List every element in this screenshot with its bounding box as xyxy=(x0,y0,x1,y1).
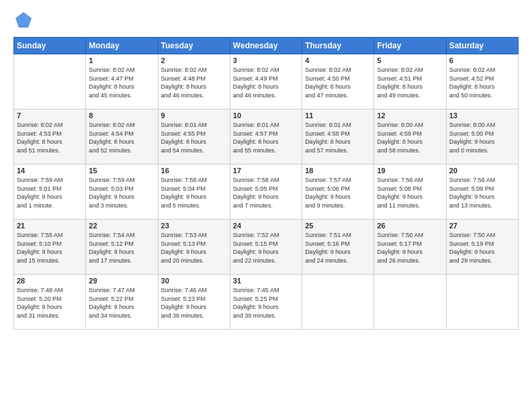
calendar-cell: 20Sunrise: 7:56 AM Sunset: 5:09 PM Dayli… xyxy=(446,165,518,220)
calendar-day-header: Saturday xyxy=(446,38,518,54)
calendar-day-header: Friday xyxy=(374,38,446,54)
day-info: Sunrise: 8:01 AM Sunset: 4:57 PM Dayligh… xyxy=(233,121,299,154)
calendar-cell: 25Sunrise: 7:51 AM Sunset: 5:16 PM Dayli… xyxy=(302,220,374,275)
day-number: 5 xyxy=(377,56,443,64)
calendar-header-row: SundayMondayTuesdayWednesdayThursdayFrid… xyxy=(14,38,519,54)
day-info: Sunrise: 7:51 AM Sunset: 5:16 PM Dayligh… xyxy=(305,231,371,265)
day-info: Sunrise: 8:01 AM Sunset: 4:58 PM Dayligh… xyxy=(305,121,371,154)
day-info: Sunrise: 7:58 AM Sunset: 5:05 PM Dayligh… xyxy=(233,176,299,210)
calendar-cell: 29Sunrise: 7:47 AM Sunset: 5:22 PM Dayli… xyxy=(86,275,158,330)
calendar-cell: 5Sunrise: 8:02 AM Sunset: 4:51 PM Daylig… xyxy=(374,54,446,109)
day-info: Sunrise: 7:57 AM Sunset: 5:06 PM Dayligh… xyxy=(305,176,371,210)
calendar-cell: 4Sunrise: 8:02 AM Sunset: 4:50 PM Daylig… xyxy=(302,54,374,109)
day-number: 20 xyxy=(449,167,515,175)
day-number: 31 xyxy=(233,277,299,285)
day-number: 11 xyxy=(305,111,371,120)
calendar-cell: 12Sunrise: 8:00 AM Sunset: 4:59 PM Dayli… xyxy=(374,109,446,165)
calendar-cell: 18Sunrise: 7:57 AM Sunset: 5:06 PM Dayli… xyxy=(302,165,374,220)
calendar-cell xyxy=(446,275,518,330)
day-info: Sunrise: 7:48 AM Sunset: 5:20 PM Dayligh… xyxy=(17,286,83,320)
day-info: Sunrise: 7:56 AM Sunset: 5:09 PM Dayligh… xyxy=(449,176,515,210)
day-info: Sunrise: 8:02 AM Sunset: 4:51 PM Dayligh… xyxy=(377,66,443,99)
calendar-cell: 21Sunrise: 7:55 AM Sunset: 5:10 PM Dayli… xyxy=(14,220,86,275)
calendar-day-header: Wednesday xyxy=(230,38,302,54)
day-info: Sunrise: 7:55 AM Sunset: 5:10 PM Dayligh… xyxy=(17,231,83,265)
day-number: 13 xyxy=(449,111,515,120)
day-info: Sunrise: 7:46 AM Sunset: 5:23 PM Dayligh… xyxy=(161,286,227,320)
day-info: Sunrise: 8:02 AM Sunset: 4:47 PM Dayligh… xyxy=(89,66,154,99)
calendar-week-row: 14Sunrise: 7:59 AM Sunset: 5:01 PM Dayli… xyxy=(14,165,519,220)
day-info: Sunrise: 7:56 AM Sunset: 5:08 PM Dayligh… xyxy=(377,176,443,210)
calendar-cell: 7Sunrise: 8:02 AM Sunset: 4:53 PM Daylig… xyxy=(14,109,86,165)
day-number: 17 xyxy=(233,167,299,175)
day-info: Sunrise: 8:00 AM Sunset: 4:59 PM Dayligh… xyxy=(377,121,443,154)
day-info: Sunrise: 7:50 AM Sunset: 5:17 PM Dayligh… xyxy=(377,231,443,265)
day-info: Sunrise: 8:02 AM Sunset: 4:53 PM Dayligh… xyxy=(17,121,83,154)
calendar-cell: 19Sunrise: 7:56 AM Sunset: 5:08 PM Dayli… xyxy=(374,165,446,220)
day-info: Sunrise: 8:02 AM Sunset: 4:49 PM Dayligh… xyxy=(233,66,299,99)
day-number: 21 xyxy=(17,222,83,230)
day-info: Sunrise: 7:59 AM Sunset: 5:01 PM Dayligh… xyxy=(17,176,83,210)
calendar-table: SundayMondayTuesdayWednesdayThursdayFrid… xyxy=(13,37,519,330)
calendar-cell xyxy=(302,275,374,330)
day-number: 30 xyxy=(161,277,227,285)
day-number: 27 xyxy=(449,222,515,230)
calendar-week-row: 1Sunrise: 8:02 AM Sunset: 4:47 PM Daylig… xyxy=(14,54,519,109)
day-number: 25 xyxy=(305,222,371,230)
day-info: Sunrise: 8:02 AM Sunset: 4:54 PM Dayligh… xyxy=(89,121,154,154)
day-number: 19 xyxy=(377,167,443,175)
calendar-cell: 3Sunrise: 8:02 AM Sunset: 4:49 PM Daylig… xyxy=(230,54,302,109)
calendar-cell: 1Sunrise: 8:02 AM Sunset: 4:47 PM Daylig… xyxy=(86,54,158,109)
day-info: Sunrise: 7:54 AM Sunset: 5:12 PM Dayligh… xyxy=(89,231,154,265)
day-number: 26 xyxy=(377,222,443,230)
day-info: Sunrise: 7:50 AM Sunset: 5:19 PM Dayligh… xyxy=(449,231,515,265)
logo-icon xyxy=(13,10,34,30)
calendar-cell: 27Sunrise: 7:50 AM Sunset: 5:19 PM Dayli… xyxy=(446,220,518,275)
calendar-day-header: Sunday xyxy=(14,38,86,54)
calendar-cell: 14Sunrise: 7:59 AM Sunset: 5:01 PM Dayli… xyxy=(14,165,86,220)
calendar-cell: 11Sunrise: 8:01 AM Sunset: 4:58 PM Dayli… xyxy=(302,109,374,165)
calendar-cell: 26Sunrise: 7:50 AM Sunset: 5:17 PM Dayli… xyxy=(374,220,446,275)
calendar-cell xyxy=(14,54,86,109)
day-number: 3 xyxy=(233,56,299,64)
day-info: Sunrise: 8:02 AM Sunset: 4:52 PM Dayligh… xyxy=(449,66,515,99)
day-number: 6 xyxy=(449,56,515,64)
calendar-week-row: 7Sunrise: 8:02 AM Sunset: 4:53 PM Daylig… xyxy=(14,109,519,165)
calendar-cell: 28Sunrise: 7:48 AM Sunset: 5:20 PM Dayli… xyxy=(14,275,86,330)
day-number: 16 xyxy=(161,167,227,175)
day-number: 22 xyxy=(89,222,154,230)
calendar-day-header: Thursday xyxy=(302,38,374,54)
calendar-cell: 8Sunrise: 8:02 AM Sunset: 4:54 PM Daylig… xyxy=(86,109,158,165)
calendar-week-row: 21Sunrise: 7:55 AM Sunset: 5:10 PM Dayli… xyxy=(14,220,519,275)
day-number: 24 xyxy=(233,222,299,230)
day-number: 23 xyxy=(161,222,227,230)
day-info: Sunrise: 7:59 AM Sunset: 5:03 PM Dayligh… xyxy=(89,176,154,210)
calendar-cell: 9Sunrise: 8:01 AM Sunset: 4:55 PM Daylig… xyxy=(158,109,230,165)
logo xyxy=(13,10,36,30)
calendar-cell: 31Sunrise: 7:45 AM Sunset: 5:25 PM Dayli… xyxy=(230,275,302,330)
day-number: 12 xyxy=(377,111,443,120)
day-info: Sunrise: 7:58 AM Sunset: 5:04 PM Dayligh… xyxy=(161,176,227,210)
calendar-cell: 17Sunrise: 7:58 AM Sunset: 5:05 PM Dayli… xyxy=(230,165,302,220)
calendar-day-header: Tuesday xyxy=(158,38,230,54)
day-info: Sunrise: 7:52 AM Sunset: 5:15 PM Dayligh… xyxy=(233,231,299,265)
calendar-cell: 15Sunrise: 7:59 AM Sunset: 5:03 PM Dayli… xyxy=(86,165,158,220)
day-number: 29 xyxy=(89,277,154,285)
day-number: 15 xyxy=(89,167,154,175)
calendar-cell: 30Sunrise: 7:46 AM Sunset: 5:23 PM Dayli… xyxy=(158,275,230,330)
day-number: 28 xyxy=(17,277,83,285)
day-number: 18 xyxy=(305,167,371,175)
day-number: 10 xyxy=(233,111,299,120)
calendar-cell: 2Sunrise: 8:02 AM Sunset: 4:48 PM Daylig… xyxy=(158,54,230,109)
day-number: 4 xyxy=(305,56,371,64)
day-info: Sunrise: 8:01 AM Sunset: 4:55 PM Dayligh… xyxy=(161,121,227,154)
day-number: 1 xyxy=(89,56,154,64)
calendar-day-header: Monday xyxy=(86,38,158,54)
calendar-cell: 16Sunrise: 7:58 AM Sunset: 5:04 PM Dayli… xyxy=(158,165,230,220)
day-info: Sunrise: 7:53 AM Sunset: 5:13 PM Dayligh… xyxy=(161,231,227,265)
day-number: 14 xyxy=(17,167,83,175)
day-number: 9 xyxy=(161,111,227,120)
calendar-cell xyxy=(374,275,446,330)
calendar-cell: 6Sunrise: 8:02 AM Sunset: 4:52 PM Daylig… xyxy=(446,54,518,109)
calendar-cell: 22Sunrise: 7:54 AM Sunset: 5:12 PM Dayli… xyxy=(86,220,158,275)
